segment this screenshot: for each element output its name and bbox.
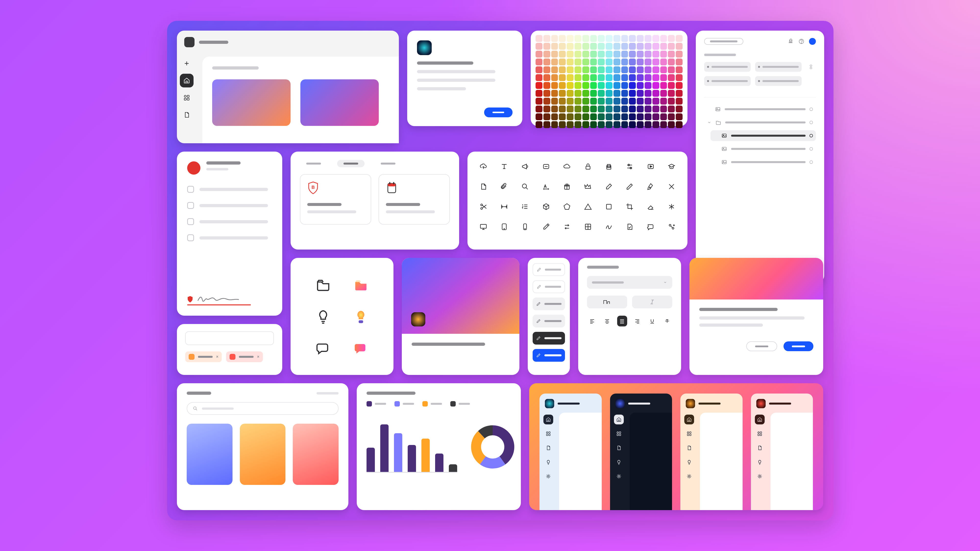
color-swatch[interactable] — [668, 35, 675, 42]
color-swatch[interactable] — [590, 67, 597, 73]
color-swatch[interactable] — [668, 67, 675, 73]
color-swatch[interactable] — [621, 106, 628, 113]
color-swatch[interactable] — [567, 35, 574, 42]
panel-search[interactable] — [704, 38, 743, 45]
color-swatch[interactable] — [598, 121, 605, 128]
color-swatch[interactable] — [551, 106, 558, 113]
color-swatch[interactable] — [606, 59, 612, 65]
color-swatch[interactable] — [668, 82, 675, 89]
color-swatch[interactable] — [621, 74, 628, 81]
color-swatch[interactable] — [606, 74, 612, 81]
layer-row-selected[interactable] — [711, 130, 816, 141]
color-swatch[interactable] — [660, 98, 667, 105]
color-swatch[interactable] — [567, 74, 574, 81]
gradient-swatch[interactable] — [240, 424, 286, 485]
color-swatch[interactable] — [676, 59, 682, 65]
color-swatch[interactable] — [559, 35, 566, 42]
color-swatch[interactable] — [598, 43, 605, 50]
color-swatch[interactable] — [621, 121, 628, 128]
color-swatch[interactable] — [574, 98, 581, 105]
signature-area[interactable] — [187, 293, 272, 305]
color-swatch[interactable] — [614, 67, 620, 73]
color-swatch[interactable] — [660, 82, 667, 89]
color-swatch[interactable] — [644, 35, 651, 42]
color-swatch[interactable] — [590, 121, 597, 128]
color-swatch[interactable] — [567, 43, 574, 50]
color-swatch[interactable] — [629, 43, 636, 50]
video-icon[interactable] — [647, 162, 655, 171]
file-card[interactable] — [379, 174, 450, 225]
color-swatch[interactable] — [582, 113, 589, 120]
color-swatch[interactable] — [574, 106, 581, 113]
color-swatch[interactable] — [543, 113, 550, 120]
color-swatch[interactable] — [574, 82, 581, 89]
color-swatch[interactable] — [606, 43, 612, 50]
color-swatch[interactable] — [637, 67, 644, 73]
mini-nav-gear[interactable] — [543, 472, 553, 481]
mini-nav-page[interactable] — [684, 443, 694, 453]
grid-icon[interactable] — [584, 222, 592, 231]
color-swatch[interactable] — [644, 74, 651, 81]
color-swatch[interactable] — [590, 90, 597, 97]
color-swatch[interactable] — [606, 113, 612, 120]
gradient-swatch[interactable] — [187, 424, 232, 485]
color-swatch[interactable] — [559, 51, 566, 57]
cloud-upload-icon[interactable] — [479, 162, 488, 171]
color-swatch[interactable] — [644, 121, 651, 128]
color-swatch[interactable] — [574, 74, 581, 81]
color-swatch[interactable] — [668, 74, 675, 81]
sidebar-home-button[interactable] — [180, 74, 194, 87]
color-swatch[interactable] — [614, 121, 620, 128]
color-swatch[interactable] — [559, 43, 566, 50]
color-swatch[interactable] — [567, 98, 574, 105]
theme-preview-light[interactable] — [539, 394, 602, 510]
color-swatch[interactable] — [598, 113, 605, 120]
pen-icon[interactable] — [647, 183, 655, 191]
color-swatch[interactable] — [629, 59, 636, 65]
color-swatch[interactable] — [559, 67, 566, 73]
color-swatch[interactable] — [629, 35, 636, 42]
secondary-button[interactable] — [746, 341, 777, 351]
theme-preview-warm[interactable] — [680, 394, 743, 510]
color-swatch[interactable] — [676, 74, 682, 81]
color-swatch[interactable] — [606, 67, 612, 73]
color-swatch[interactable] — [676, 106, 682, 113]
color-swatch[interactable] — [652, 59, 659, 65]
color-swatch[interactable] — [652, 51, 659, 57]
color-swatch[interactable] — [676, 35, 682, 42]
color-swatch[interactable] — [551, 90, 558, 97]
cube-icon[interactable] — [542, 203, 550, 211]
color-swatch[interactable] — [606, 121, 612, 128]
color-swatch[interactable] — [606, 35, 612, 42]
mini-nav-home[interactable] — [755, 414, 765, 424]
color-swatch[interactable] — [551, 121, 558, 128]
link-dimensions-icon[interactable] — [808, 62, 814, 72]
color-swatch[interactable] — [637, 59, 644, 65]
mini-nav-gear[interactable] — [684, 472, 694, 481]
color-swatch[interactable] — [621, 59, 628, 65]
color-swatch[interactable] — [598, 51, 605, 57]
tab[interactable] — [374, 160, 402, 167]
color-swatch[interactable] — [574, 113, 581, 120]
color-swatch[interactable] — [551, 74, 558, 81]
color-swatch[interactable] — [676, 113, 682, 120]
color-swatch[interactable] — [551, 35, 558, 42]
color-swatch[interactable] — [614, 59, 620, 65]
color-swatch[interactable] — [621, 67, 628, 73]
color-swatch[interactable] — [543, 43, 550, 50]
color-swatch[interactable] — [621, 98, 628, 105]
version-item-active[interactable] — [533, 349, 565, 362]
notifications-icon[interactable] — [788, 38, 794, 44]
color-swatch[interactable] — [543, 35, 550, 42]
color-swatch[interactable] — [551, 51, 558, 57]
color-swatch[interactable] — [637, 35, 644, 42]
color-swatch[interactable] — [606, 106, 612, 113]
version-item[interactable] — [533, 332, 565, 345]
doc-thumbnail[interactable] — [301, 79, 379, 126]
color-swatch[interactable] — [652, 106, 659, 113]
color-swatch[interactable] — [637, 90, 644, 97]
color-swatch[interactable] — [629, 82, 636, 89]
layer-folder-row[interactable] — [704, 117, 816, 128]
color-swatch[interactable] — [621, 82, 628, 89]
color-swatch[interactable] — [590, 113, 597, 120]
